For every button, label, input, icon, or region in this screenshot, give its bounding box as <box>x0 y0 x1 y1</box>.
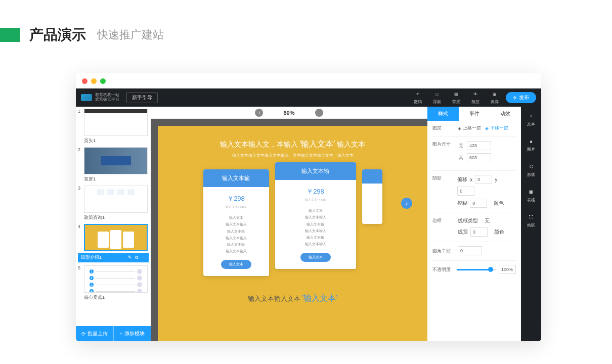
opacity-input[interactable]: 100% <box>499 265 516 274</box>
undo-icon: ↶ <box>414 91 421 98</box>
border-type-select[interactable]: 无 <box>485 217 490 224</box>
logo: 教育机构一站 式营销云平台 <box>81 93 119 102</box>
size-label: 图片尺寸 <box>432 141 454 148</box>
shadow-blur-input[interactable]: 0 <box>470 199 487 208</box>
shadow-x-input[interactable]: 0 <box>475 175 492 184</box>
section-item[interactable]: 2 首屏1 <box>78 147 149 183</box>
section-item[interactable]: 3 政策咨询1 <box>78 186 149 221</box>
background-button[interactable]: ▦背景 <box>452 91 460 105</box>
border-width-input[interactable]: 0 <box>470 228 488 237</box>
section-thumb: 1 2 3 4 <box>84 265 148 293</box>
guide-button[interactable]: 新手引导 <box>126 92 158 103</box>
text-icon: T <box>527 112 535 120</box>
section-item[interactable]: 1 页头1 <box>78 109 149 144</box>
batch-upload-button[interactable]: ⟳批量上传 <box>76 326 113 341</box>
save-icon: ▣ <box>491 91 498 98</box>
radius-label: 圆角半径 <box>432 248 454 254</box>
ruler-vertical <box>151 126 158 341</box>
minimize-dot[interactable] <box>91 78 97 84</box>
sections-panel: 1 页头1 2 首屏1 3 政策咨询1 4 班型介绍1 ✎ <box>76 107 151 341</box>
pricing-card-partial[interactable] <box>362 169 382 224</box>
tab-animation[interactable]: 动效 <box>490 107 521 121</box>
layer-down-button[interactable]: ◈下移一层 <box>485 125 508 131</box>
section-label-active: 班型介绍1 ✎ ⧉ ⋯ <box>78 253 149 262</box>
left-bottom-bar: ⟳批量上传 +添加模块 <box>76 326 151 341</box>
logo-icon <box>81 94 92 101</box>
layer-up-button[interactable]: ◈上移一层 <box>458 125 481 131</box>
shadow-y-input[interactable]: 0 <box>457 187 474 196</box>
layers-icon: ◈ <box>485 126 489 131</box>
prop-body: 图层 ◈上移一层 ◈下移一层 图片尺寸 宽428 高603 阴影 <box>427 121 521 341</box>
section-thumb <box>84 224 148 251</box>
card-header: 输入文本输 <box>203 169 269 187</box>
section-thumb <box>84 186 148 213</box>
close-dot[interactable] <box>82 78 88 84</box>
section-thumb <box>84 147 148 174</box>
maximize-dot[interactable] <box>100 78 106 84</box>
tab-event[interactable]: 事件 <box>459 107 490 121</box>
section-item-active[interactable]: 4 班型介绍1 ✎ ⧉ ⋯ <box>78 224 149 262</box>
section-label: 首屏1 <box>84 176 149 183</box>
canvas-subtitle[interactable]: 输入文本输入文本输入文本输入、文本输入文本输入文本、输入文本 <box>164 153 421 158</box>
canvas-content[interactable]: 输入文本输入文，本输入 '输入文本' 输入文本 输入文本输入文本输入文本输入、文… <box>158 126 427 341</box>
radius-input[interactable]: 0 <box>458 246 482 255</box>
layers-icon: ◈ <box>458 126 461 131</box>
pricing-card-featured[interactable]: 输入文本输 ￥298 输入文本+¥888 输入文本输入文本输入输入文本输 输入文… <box>275 162 356 269</box>
tool-shape[interactable]: ⬡形状 <box>527 160 535 179</box>
card-price-sub: 输入文本+¥888 <box>275 198 356 202</box>
section-actions: ✎ ⧉ ⋯ <box>128 255 146 260</box>
refresh-icon: ⟳ <box>81 331 85 337</box>
top-toolbar: 教育机构一站 式营销云平台 新手引导 ↶撤销 ▭浮窗 ▦背景 👁预览 ▣保存 ✈… <box>76 88 541 107</box>
page-header: 产品演示 快速推广建站 <box>0 0 612 55</box>
width-input[interactable]: 428 <box>467 141 491 150</box>
tool-text[interactable]: T文本 <box>527 110 535 129</box>
add-module-button[interactable]: +添加模块 <box>114 326 151 341</box>
app-window: 教育机构一站 式营销云平台 新手引导 ↶撤销 ▭浮窗 ▦背景 👁预览 ▣保存 ✈… <box>76 73 541 341</box>
layer-label: 图层 <box>432 125 454 131</box>
next-arrow-button[interactable]: › <box>401 198 412 209</box>
background-icon: ▦ <box>453 91 460 98</box>
section-thumb <box>84 109 148 136</box>
grid-icon: ▦ <box>527 188 535 196</box>
opacity-label: 不透明度 <box>432 266 454 273</box>
prop-tabs: 样式 事件 动效 <box>427 107 521 121</box>
page-subtitle: 快速推广建站 <box>97 27 164 42</box>
card-price: ￥298 <box>275 187 356 196</box>
tab-style[interactable]: 样式 <box>427 107 459 121</box>
app-body: 1 页头1 2 首屏1 3 政策咨询1 4 班型介绍1 ✎ <box>76 107 541 341</box>
section-label: 页头1 <box>84 138 149 144</box>
zoom-in-button[interactable]: + <box>255 109 263 117</box>
card-features: 输入文本输入文本输入输入文本输 输入文本输入输入文本输输入文本输入 <box>275 207 356 248</box>
card-cta-button[interactable]: 输入文本 <box>221 260 251 269</box>
eye-icon: 👁 <box>472 91 479 98</box>
canvas-title[interactable]: 输入文本输入文，本输入 '输入文本' 输入文本 <box>164 139 421 150</box>
pricing-card[interactable]: 输入文本输 ￥298 输入文本+¥888 输入文本输入文本输入输入文本输 输入文… <box>203 169 269 276</box>
canvas-area: + 60% − 输入文本输入文，本输入 '输入文本' 输入文本 输入文本输入文本… <box>151 107 427 341</box>
copy-icon[interactable]: ⧉ <box>135 255 138 260</box>
preview-button[interactable]: 👁预览 <box>471 91 479 105</box>
image-icon: ▲ <box>527 137 535 145</box>
save-button[interactable]: ▣保存 <box>491 91 499 105</box>
height-input[interactable]: 603 <box>467 153 491 162</box>
section-item[interactable]: 5 1 2 3 4 核心卖点1 <box>78 265 149 301</box>
canvas-title-2[interactable]: 输入文本输入文本 '输入文本' <box>164 293 421 304</box>
accent-block <box>0 28 20 42</box>
window-controls <box>76 73 541 88</box>
edit-icon[interactable]: ✎ <box>128 255 132 260</box>
shadow-label: 阴影 <box>432 175 453 181</box>
delete-icon[interactable]: ⋯ <box>141 255 146 260</box>
zoom-bar: + 60% − <box>151 107 427 119</box>
float-button[interactable]: ▭浮窗 <box>433 91 441 105</box>
card-cta-button[interactable]: 输入文本 <box>300 253 331 262</box>
tool-image[interactable]: ▲图片 <box>527 135 535 154</box>
card-features: 输入文本输入文本输入输入文本输 输入文本输入输入文本输输入文本输入 <box>203 214 269 255</box>
publish-button[interactable]: ✈发布 <box>506 92 536 103</box>
tool-hotzone[interactable]: ⛶热区 <box>527 211 535 230</box>
properties-panel: 样式 事件 动效 图层 ◈上移一层 ◈下移一层 图片尺寸 宽428 高603 <box>427 107 521 341</box>
opacity-slider[interactable] <box>457 269 496 270</box>
undo-button[interactable]: ↶撤销 <box>414 91 422 105</box>
zoom-out-button[interactable]: − <box>315 109 323 117</box>
tool-table[interactable]: ▦表格 <box>527 186 535 205</box>
ruler-horizontal <box>151 119 427 126</box>
pricing-cards: 输入文本输 ￥298 输入文本+¥888 输入文本输入文本输入输入文本输 输入文… <box>164 169 421 276</box>
